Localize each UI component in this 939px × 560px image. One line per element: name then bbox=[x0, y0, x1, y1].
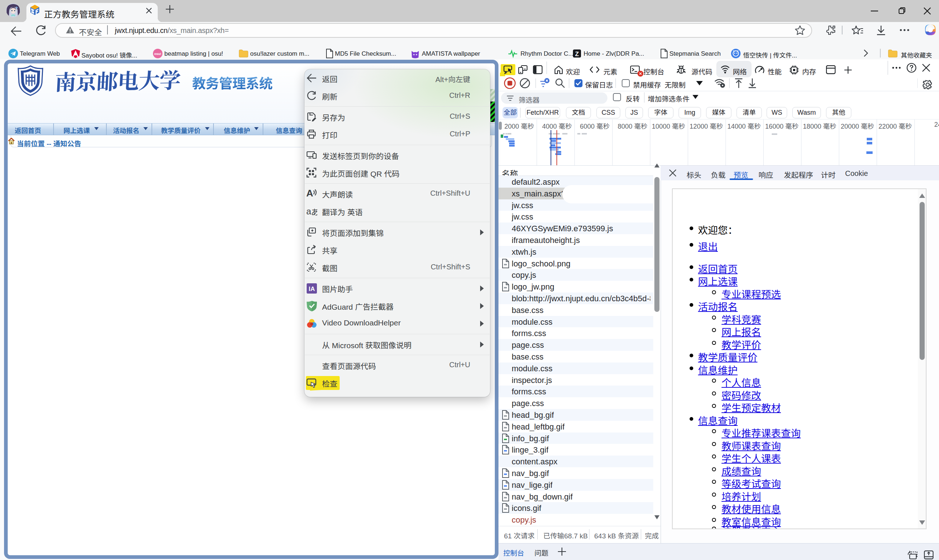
svg-text:Z: Z bbox=[575, 51, 579, 57]
svg-text:あ: あ bbox=[311, 206, 317, 217]
svg-text:osu!: osu! bbox=[154, 52, 161, 56]
svg-text:A: A bbox=[306, 188, 313, 198]
svg-text:a: a bbox=[306, 206, 311, 216]
svg-text:IA: IA bbox=[309, 286, 315, 292]
